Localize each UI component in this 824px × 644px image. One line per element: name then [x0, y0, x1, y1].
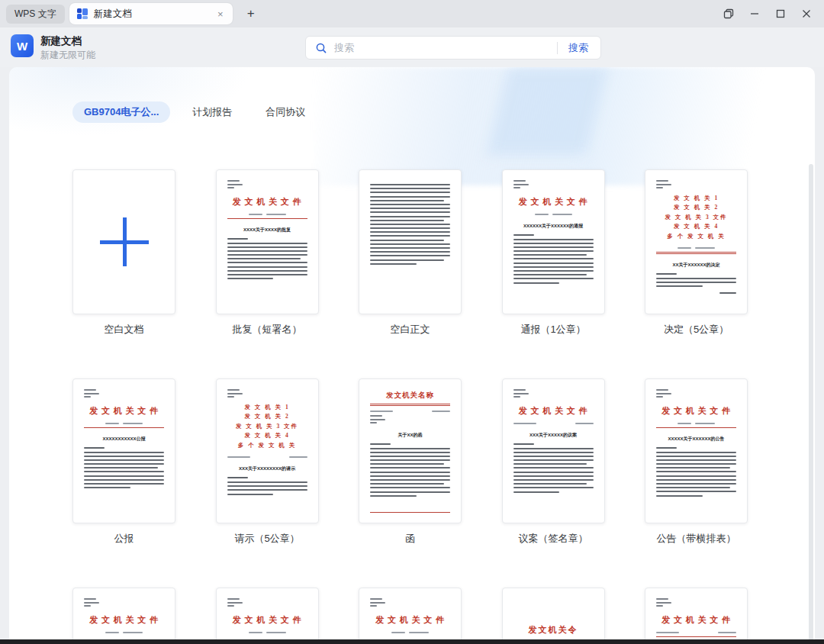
text-line-bar — [123, 423, 143, 424]
doc-meta-line — [656, 247, 736, 249]
search-input[interactable] — [334, 42, 552, 53]
body-text-line — [370, 251, 450, 253]
body-text-line — [84, 463, 164, 465]
body-text-line — [370, 188, 450, 189]
doc-meta-block — [370, 415, 450, 426]
text-line-bar — [552, 214, 572, 215]
vertical-scrollbar[interactable] — [809, 164, 813, 644]
doc-red-title: 发 文 机 关 文 件 — [656, 405, 736, 417]
template-label: 公报 — [72, 532, 175, 546]
doc-meta-line — [227, 214, 307, 215]
body-text-line — [84, 459, 164, 461]
text-line-bar — [513, 187, 520, 188]
body-text-line — [370, 472, 450, 473]
body-text-line — [513, 254, 587, 256]
doc-preview: 发 文 机 关 文 件XXXXXXXXXXX公报 — [73, 379, 175, 523]
wps-app-button[interactable]: WPS 文字 — [6, 5, 65, 24]
category-tabs: GB9704电子公...计划报告合同协议 — [72, 101, 317, 123]
body-text-line — [656, 479, 736, 481]
body-text-line — [370, 247, 450, 249]
doc-org-line: 发 文 机 关 1 — [227, 403, 307, 413]
category-tab-2[interactable]: 合同协议 — [254, 101, 317, 123]
template-card[interactable]: 发文机关令 — [502, 588, 605, 644]
body-text-line — [370, 216, 450, 217]
maximize-icon[interactable] — [768, 2, 793, 25]
template-grid: 空白文档发 文 机 关 文 件XXXX关于XXXX的批复批复（短署名）空白正文发… — [72, 169, 748, 644]
template-card[interactable] — [359, 169, 462, 314]
text-line-bar — [575, 423, 594, 424]
body-text-line — [513, 456, 594, 457]
template-card[interactable]: 发 文 机 关 1发 文 机 关 2发 文 机 关 3 文件发 文 机 关 4多… — [216, 378, 319, 523]
body-text-line — [84, 483, 164, 485]
doc-org-lines: 发 文 机 关 1发 文 机 关 2发 文 机 关 3 文件发 文 机 关 4多… — [656, 194, 736, 242]
body-text-line — [370, 200, 444, 201]
body-text-line — [513, 487, 594, 488]
doc-meta-block — [656, 389, 736, 400]
category-tab-0[interactable]: GB9704电子公... — [72, 101, 170, 123]
template-card[interactable]: 发 文 机 关 文 件XXXX关于XXXXXXX的通知 — [72, 588, 175, 644]
doc-preview: 发 文 机 关 文 件XXXX关于XXXX的批复 — [217, 170, 318, 314]
doc-meta-block — [227, 598, 307, 609]
template-card[interactable] — [72, 169, 175, 314]
body-text-line — [370, 220, 444, 221]
template-card[interactable]: 发 文 机 关 1发 文 机 关 2发 文 机 关 3 文件发 文 机 关 4多… — [645, 169, 748, 314]
text-line-bar — [227, 598, 240, 600]
doc-meta-line — [227, 632, 307, 633]
template-label: 空白正文 — [359, 323, 462, 336]
text-line-bar — [84, 396, 91, 398]
new-tab-button[interactable]: + — [242, 5, 260, 23]
template-label: 决定（5公章） — [645, 323, 748, 336]
search-button[interactable]: 搜索 — [558, 41, 591, 55]
template-card[interactable]: 发 文 机 关 文 件XXXXXX关于XXXXXX的通知 — [216, 588, 319, 644]
tab-close-icon[interactable]: × — [216, 8, 225, 21]
text-line-bar — [678, 423, 691, 424]
template-card[interactable]: 发 文 机 关 文 件XXXXX关于XXXXXXXX的通知 — [359, 588, 462, 644]
doc-red-title: 发文机关令 — [513, 624, 594, 636]
doc-preview: 发文机关令 — [503, 588, 604, 644]
doc-meta-block — [227, 389, 307, 400]
body-text-line — [370, 224, 450, 225]
doc-red-title: 发 文 机 关 文 件 — [84, 405, 164, 417]
body-text-line — [513, 258, 594, 259]
minimize-icon[interactable] — [742, 2, 768, 25]
template-card[interactable]: 发 文 机 关 文 件XXXXXX关于XXXXXXX的批复 — [645, 588, 748, 644]
template-card[interactable]: 发 文 机 关 文 件XXXXXXXXXXX公报 — [72, 378, 175, 523]
close-icon[interactable] — [793, 2, 819, 25]
doc-preview: 发 文 机 关 文 件XXXXX关于XXXXXXXX的通知 — [359, 588, 461, 644]
template-card[interactable]: 发 文 机 关 文 件XXXXX关于XXXXXX的公告 — [645, 378, 748, 523]
doc-preview: 发 文 机 关 文 件XXXXX关于XXXXXX的公告 — [645, 379, 747, 523]
text-line-bar — [370, 598, 382, 600]
body-text-line — [513, 239, 594, 240]
text-line-bar — [249, 214, 262, 215]
text-line-bar — [105, 423, 119, 424]
category-tab-1[interactable]: 计划报告 — [181, 101, 243, 123]
text-line-bar — [656, 393, 671, 394]
wps-writer-logo: W — [11, 34, 34, 57]
doc-heading: XX关于XXXXXX的决定 — [656, 262, 736, 268]
template-card[interactable]: 发 文 机 关 文 件XXXXXX关于XXXXXX的通报 — [502, 169, 605, 314]
template-cell: 发 文 机 关 文 件XXXXXX关于XXXXXX的通知 — [216, 588, 319, 644]
text-line-bar — [513, 396, 520, 398]
red-rule — [227, 218, 307, 219]
text-line-bar — [695, 247, 715, 249]
template-card[interactable]: 发文机关名称关于XX的函 — [359, 378, 462, 523]
template-card[interactable]: 发 文 机 关 文 件XXX关于XXXXX的议案 — [502, 378, 605, 523]
tabs-overview-icon[interactable] — [716, 2, 742, 25]
text-line-bar — [84, 602, 99, 604]
search-icon — [315, 42, 327, 54]
doc-red-title: 发 文 机 关 文 件 — [84, 614, 164, 626]
body-text-line — [227, 274, 307, 275]
doc-meta-block — [227, 180, 307, 191]
salutation-line — [656, 273, 677, 275]
template-card[interactable]: 发 文 机 关 文 件XXXX关于XXXX的批复 — [216, 169, 319, 314]
body-text-line — [84, 471, 164, 472]
search-box[interactable]: 搜索 — [305, 36, 601, 60]
body-text-line — [370, 459, 450, 461]
body-text-line — [513, 483, 587, 485]
tab-new-document[interactable]: 新建文档 × — [69, 3, 233, 24]
text-line-bar — [656, 389, 668, 391]
text-line-bar — [656, 180, 668, 182]
body-text-line — [84, 479, 164, 481]
body-text-line — [656, 483, 736, 485]
salutation-line — [513, 443, 534, 445]
